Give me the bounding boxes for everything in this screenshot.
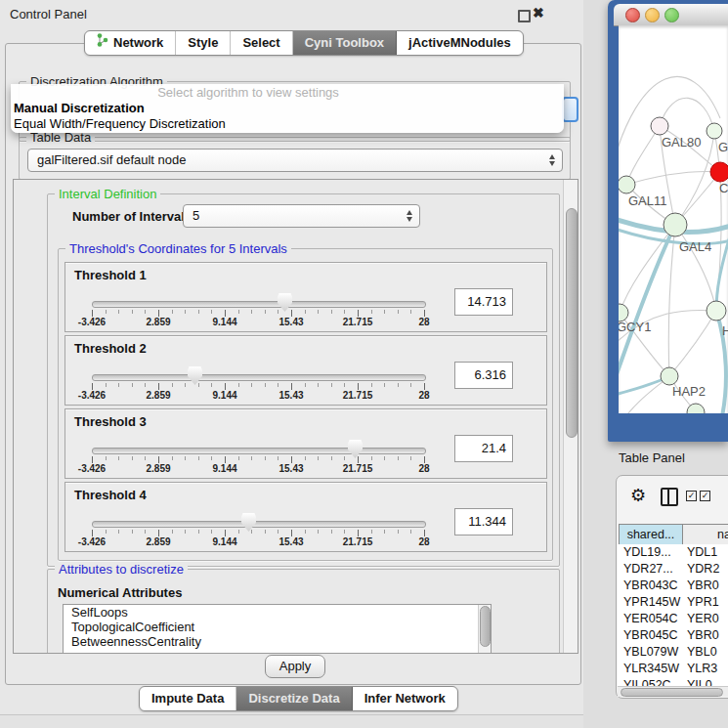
threshold-4-slider-track[interactable] xyxy=(92,521,426,528)
minimize-traffic-light[interactable] xyxy=(645,8,660,22)
table-panel-title: Table Panel xyxy=(619,450,685,465)
network-graph: GAL80 G C GAL11 GAL4 GCY1 H HAP2 xyxy=(619,25,728,413)
table-cell[interactable]: YPR1 xyxy=(687,594,719,611)
settings-scrollbar-thumb[interactable] xyxy=(566,208,578,438)
algorithm-placeholder-option[interactable]: Select algorithm to view settings xyxy=(11,84,564,101)
list-item[interactable]: TopologicalCoefficient xyxy=(64,620,491,634)
threshold-1-slider-track[interactable] xyxy=(92,301,426,308)
table-cell[interactable]: YER0 xyxy=(687,611,719,627)
node-gal11[interactable] xyxy=(619,176,635,193)
table-row[interactable]: YLR345W xyxy=(623,661,679,677)
thresholds-coordinates-title: Threshold's Coordinates for 5 Intervals xyxy=(65,241,291,256)
table-cell[interactable]: YBL0 xyxy=(687,644,717,661)
table-cell[interactable]: YLR3 xyxy=(687,661,717,677)
tab-cyni-toolbox[interactable]: Cyni Toolbox xyxy=(293,31,397,55)
table-row[interactable]: YPR145W xyxy=(623,594,680,611)
algorithm-combo-arrow-focused[interactable] xyxy=(562,97,578,122)
table-row[interactable]: YDR27... xyxy=(623,561,673,578)
tab-discretize-data[interactable]: Discretize Data xyxy=(236,687,352,710)
combo-down-arrow-icon xyxy=(549,161,555,166)
network-icon xyxy=(97,31,108,55)
list-item[interactable]: SelfLoops xyxy=(64,605,491,620)
table-cell[interactable]: YBR0 xyxy=(687,578,719,594)
table-hscrollbar[interactable] xyxy=(618,686,728,697)
node-label: G xyxy=(718,140,728,154)
node-hap2[interactable] xyxy=(661,367,678,385)
attributes-group-title: Attributes to discretize xyxy=(55,562,188,577)
number-of-intervals-label: Number of Intervals xyxy=(72,209,192,224)
slider-ticks xyxy=(92,530,426,537)
table-cell[interactable]: YDL1 xyxy=(687,544,717,561)
interval-definition-title: Interval Definition xyxy=(55,187,160,201)
zoom-traffic-light[interactable] xyxy=(664,8,679,22)
tab-impute-data[interactable]: Impute Data xyxy=(140,687,236,710)
network-view-window: GAL80 G C GAL11 GAL4 GCY1 H HAP2 xyxy=(608,0,728,442)
table-row[interactable]: YBR043C xyxy=(623,578,678,594)
threshold-1-value-field[interactable]: 14.713 xyxy=(454,288,513,316)
close-traffic-light[interactable] xyxy=(625,8,640,22)
table-cell[interactable]: YBR0 xyxy=(687,627,719,644)
threshold-2-box: Threshold 2 -3.426 2.859 9.144 15.43 21.… xyxy=(64,335,547,406)
node-label: GAL80 xyxy=(662,135,701,150)
node-h[interactable] xyxy=(707,301,726,321)
show-columns-icon[interactable] xyxy=(661,488,678,506)
threshold-2-slider-track[interactable] xyxy=(92,374,426,381)
table-row[interactable]: YBL079W xyxy=(623,644,678,661)
node-selected-red[interactable] xyxy=(710,162,728,182)
threshold-4-value-field[interactable]: 11.344 xyxy=(454,508,513,535)
tab-infer-network[interactable]: Infer Network xyxy=(353,687,457,710)
tab-jactivemnodules[interactable]: jActiveMNodules xyxy=(397,31,523,55)
apply-button[interactable]: Apply xyxy=(265,655,325,678)
number-of-intervals-combo[interactable]: 5 xyxy=(183,204,420,228)
threshold-2-value-field[interactable]: 6.316 xyxy=(454,362,513,389)
numerical-attributes-label: Numerical Attributes xyxy=(58,585,182,600)
network-canvas[interactable]: GAL80 G C GAL11 GAL4 GCY1 H HAP2 xyxy=(619,25,728,413)
settings-scrollpane: Interval Definition Number of Intervals … xyxy=(13,179,578,654)
table-hscrollbar-thumb[interactable] xyxy=(621,688,723,697)
tab-style[interactable]: Style xyxy=(176,31,231,55)
threshold-3-slider-track[interactable] xyxy=(92,448,426,454)
node-label: C xyxy=(719,181,728,195)
node-label: H xyxy=(722,323,728,338)
float-window-icon[interactable] xyxy=(518,10,531,22)
thresholds-coordinates-group: Threshold's Coordinates for 5 Intervals … xyxy=(58,248,553,561)
tab-network[interactable]: Network xyxy=(85,31,176,55)
table-row[interactable]: YBR045C xyxy=(623,627,678,644)
list-item[interactable]: BetweennessCentrality xyxy=(64,634,491,649)
gear-icon[interactable]: ⚙ xyxy=(630,487,646,504)
control-panel-window: Control Panel ✖ Network Style Select Cyn… xyxy=(0,0,583,715)
node-gal80[interactable] xyxy=(651,117,668,135)
threshold-1-box: Threshold 1 -3.426 2.859 9.144 15.43 21.… xyxy=(64,262,547,332)
network-window-titlebar[interactable] xyxy=(614,4,728,26)
checkbox-icon[interactable]: ✓ xyxy=(686,491,697,501)
option-manual-discretization[interactable]: Manual Discretization xyxy=(11,101,564,116)
interval-definition-group: Interval Definition Number of Intervals … xyxy=(47,193,560,567)
attributes-group: Attributes to discretize Numerical Attri… xyxy=(47,569,560,654)
node-label: GCY1 xyxy=(619,320,651,334)
threshold-4-box: Threshold 4 -3.426 2.859 9.144 15.43 21.… xyxy=(64,482,547,552)
tab-select[interactable]: Select xyxy=(231,31,292,55)
list-scrollbar[interactable] xyxy=(478,605,491,654)
table-body: YDL19... YDL1 YDR27... YDR2 YBR043C YBR0… xyxy=(618,544,728,687)
node-gal4[interactable] xyxy=(664,213,687,236)
table-row[interactable]: YER054C xyxy=(623,611,678,627)
table-data-combo[interactable]: galFiltered.sif default node xyxy=(27,149,563,172)
close-icon[interactable]: ✖ xyxy=(533,5,544,21)
list-scrollbar-thumb[interactable] xyxy=(480,606,491,647)
column-header-name[interactable]: na... xyxy=(682,524,728,545)
node-g[interactable] xyxy=(707,123,722,139)
option-equal-width-frequency[interactable]: Equal Width/Frequency Discretization xyxy=(11,116,564,132)
table-cell[interactable]: YDR2 xyxy=(687,561,719,578)
control-panel-tabstrip: Network Style Select Cyni Toolbox jActiv… xyxy=(84,30,524,56)
column-header-shared[interactable]: shared... xyxy=(619,524,683,545)
combo-down-arrow-icon xyxy=(407,217,412,222)
settings-scrollbar[interactable] xyxy=(563,180,578,653)
slider-ticks xyxy=(92,456,426,464)
threshold-3-value-field[interactable]: 21.4 xyxy=(454,435,513,462)
node-label: HAP2 xyxy=(672,384,706,399)
checkbox-icon[interactable]: ✓ xyxy=(700,491,710,501)
table-data-group: Table Data galFiltered.sif default node xyxy=(19,137,571,180)
combo-up-arrow-icon xyxy=(407,210,412,215)
numerical-attributes-list: SelfLoops TopologicalCoefficient Between… xyxy=(63,604,492,654)
table-row[interactable]: YDL19... xyxy=(623,544,671,561)
